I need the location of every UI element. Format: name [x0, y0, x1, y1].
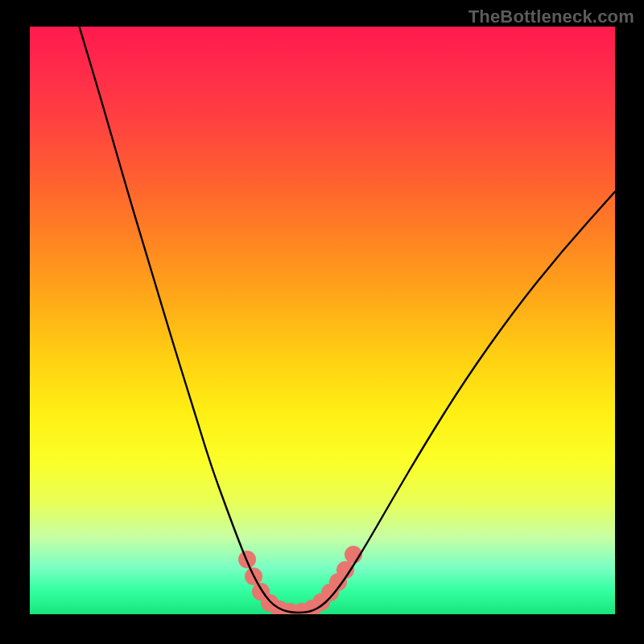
chart-svg: [30, 27, 615, 614]
chart-frame: [30, 27, 615, 614]
bottleneck-curve: [78, 27, 615, 613]
watermark-text: TheBottleneck.com: [469, 6, 634, 27]
